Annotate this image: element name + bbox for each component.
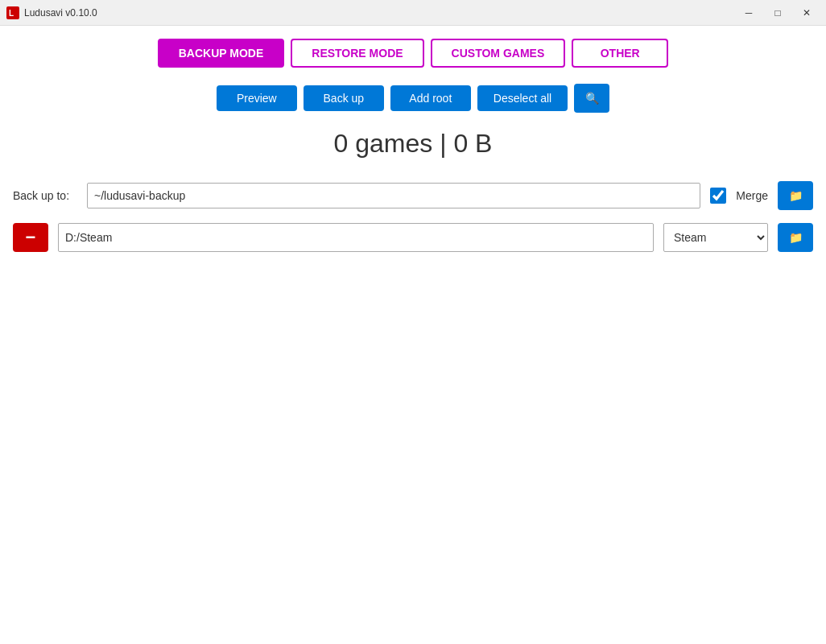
main-content: BACKUP MODE RESTORE MODE CUSTOM GAMES OT… [0,26,826,644]
add-root-button[interactable]: Add root [390,85,471,111]
root-folder-button[interactable] [778,223,813,252]
backup-dest-input[interactable] [87,183,700,208]
store-select[interactable]: Steam Other GOG Epic Lutris Heroic Legen… [663,223,768,252]
root-row-0: Steam Other GOG Epic Lutris Heroic Legen… [13,223,813,252]
folder-icon [789,188,803,203]
merge-label: Merge [736,189,768,202]
search-button[interactable] [574,84,609,113]
tab-backup-mode[interactable]: BACKUP MODE [158,39,285,68]
maximize-button[interactable]: □ [765,3,791,23]
close-button[interactable]: ✕ [794,3,820,23]
backup-dest-row: Back up to: Merge [13,181,813,210]
tab-restore-mode[interactable]: RESTORE MODE [291,39,423,68]
stats-display: 0 games | 0 B [334,129,493,159]
titlebar: L Ludusavi v0.10.0 ─ □ ✕ [0,0,826,26]
search-icon [585,91,599,105]
mode-tabs: BACKUP MODE RESTORE MODE CUSTOM GAMES OT… [158,39,668,68]
titlebar-left: L Ludusavi v0.10.0 [6,6,97,19]
minimize-button[interactable]: ─ [736,3,762,23]
root-path-input[interactable] [58,223,654,252]
folder-icon-2 [789,230,803,245]
svg-text:L: L [9,9,14,18]
tab-custom-games[interactable]: CUSTOM GAMES [431,39,566,68]
backup-button[interactable]: Back up [304,85,384,111]
app-icon: L [6,6,19,19]
window-title: Ludusavi v0.10.0 [24,7,97,19]
remove-root-button[interactable] [13,223,48,252]
titlebar-controls: ─ □ ✕ [736,3,820,23]
deselect-all-button[interactable]: Deselect all [477,85,568,111]
merge-checkbox[interactable] [710,188,726,204]
tab-other[interactable]: OTHER [572,39,668,68]
backup-dest-label: Back up to: [13,189,77,202]
action-row: Preview Back up Add root Deselect all [217,84,609,113]
backup-dest-folder-button[interactable] [778,181,813,210]
minus-icon [26,227,36,248]
preview-button[interactable]: Preview [217,85,297,111]
